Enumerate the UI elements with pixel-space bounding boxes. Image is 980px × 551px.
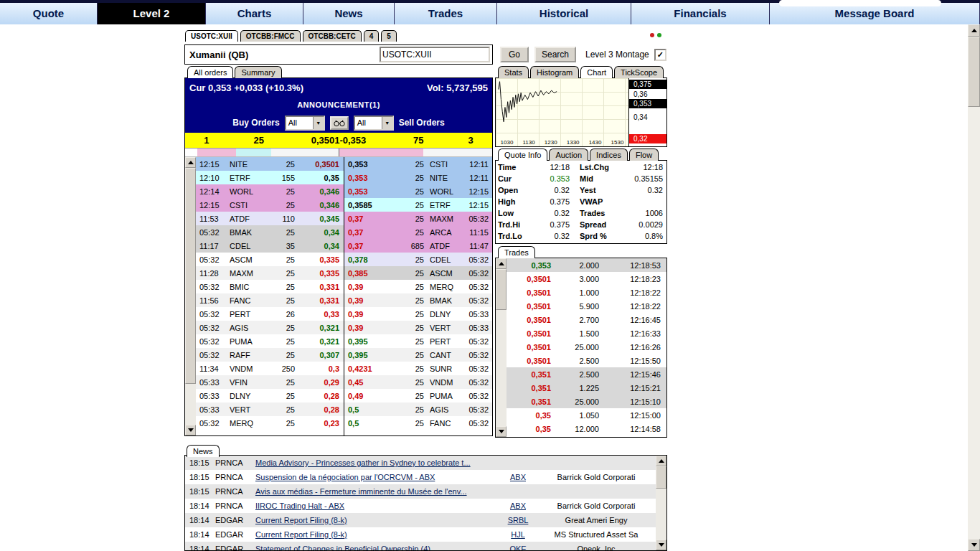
trades-tab[interactable]: Trades xyxy=(498,246,535,258)
news-headline-link[interactable]: IIROC Trading Halt - ABX xyxy=(255,501,496,510)
search-button[interactable]: Search xyxy=(534,47,576,62)
bid-row[interactable]: 11:28 MAXM 25 0,335 xyxy=(196,266,344,280)
bid-row[interactable]: 05:32 BMAK 25 0,34 xyxy=(196,225,344,239)
ask-row[interactable]: 0,378 25 CDEL 05:32 xyxy=(344,253,492,266)
window-dot-red[interactable] xyxy=(650,33,654,37)
news-scrollbar[interactable] xyxy=(656,456,666,550)
nav-tab[interactable]: News xyxy=(303,3,395,24)
bid-row[interactable]: 05:32 PUMA 25 0,321 xyxy=(196,334,344,348)
scrollbar-track[interactable] xyxy=(656,466,666,540)
scroll-up-button[interactable] xyxy=(656,456,666,466)
news-tab[interactable]: News xyxy=(187,445,220,457)
montage-tab[interactable]: 5 xyxy=(381,30,397,42)
ask-row[interactable]: 0,37 25 ARCA 11:15 xyxy=(344,225,492,239)
bid-row[interactable]: 11:56 FANC 25 0,331 xyxy=(196,293,344,307)
symbol-input[interactable] xyxy=(380,47,490,62)
ask-row[interactable]: 0,353 25 NITE 12:11 xyxy=(344,171,492,184)
bid-row[interactable]: 05:32 MERQ 25 0,23 xyxy=(196,416,344,430)
scrollbar-thumb[interactable] xyxy=(968,37,980,107)
nav-tab[interactable]: Trades xyxy=(395,3,497,24)
page-vertical-scrollbar[interactable] xyxy=(968,24,980,551)
bid-row[interactable]: 05:33 VERT 25 0,28 xyxy=(196,402,344,416)
trades-scrollbar[interactable] xyxy=(496,258,507,437)
orderbook-scrollbar[interactable] xyxy=(185,157,196,435)
chart-tab[interactable]: TickScope xyxy=(614,66,664,78)
bid-row[interactable]: 11:53 ATDF 110 0,345 xyxy=(196,212,344,225)
news-symbol-link[interactable]: OKE xyxy=(496,545,540,550)
ask-row[interactable]: 0,39 25 VERT 05:33 xyxy=(344,321,492,334)
orders-tab[interactable]: All orders xyxy=(187,66,233,78)
ask-row[interactable]: 0,395 25 PERT 05:32 xyxy=(344,334,492,348)
scrollbar-track[interactable] xyxy=(968,37,980,539)
chart-tab[interactable]: Stats xyxy=(498,66,529,78)
bid-row[interactable]: 12:10 ETRF 155 0,35 xyxy=(196,171,344,184)
news-headline-link[interactable]: Current Report Filing (8-k) xyxy=(255,530,496,539)
ask-row[interactable]: 0,37 685 ATDF 11:47 xyxy=(344,239,492,253)
bid-row[interactable]: 11:34 VNDM 250 0,3 xyxy=(196,362,344,375)
montage-tab[interactable]: USOTC:XUII xyxy=(185,30,238,42)
news-symbol-link[interactable]: HJL xyxy=(496,530,540,539)
bid-row[interactable]: 05:32 AGIS 25 0,321 xyxy=(196,321,344,334)
news-symbol-link[interactable]: ABX xyxy=(496,473,540,481)
scroll-up-button[interactable] xyxy=(185,157,196,168)
sell-filter-select[interactable]: All ▼ xyxy=(354,116,394,131)
scroll-up-button[interactable] xyxy=(968,24,980,37)
nav-tab[interactable]: Charts xyxy=(206,3,303,24)
ask-row[interactable]: 0,4231 25 SUNR 05:32 xyxy=(344,362,492,375)
scrollbar-thumb[interactable] xyxy=(656,466,666,489)
ask-row[interactable]: 0,37 25 MAXM 05:32 xyxy=(344,212,492,225)
nav-tab[interactable]: Level 2 xyxy=(98,3,206,24)
orders-tab[interactable]: Summary xyxy=(235,66,281,78)
news-headline-link[interactable]: Avis aux médias - Fermeture imminente du… xyxy=(255,487,496,496)
window-dot-green[interactable] xyxy=(657,33,661,37)
news-symbol-link[interactable]: SRBL xyxy=(496,516,540,524)
scroll-down-button[interactable] xyxy=(185,425,196,435)
scroll-up-button[interactable] xyxy=(496,258,507,269)
scrollbar-track[interactable] xyxy=(496,269,507,426)
scroll-down-button[interactable] xyxy=(968,539,980,551)
ask-row[interactable]: 0,39 25 DLNY 05:33 xyxy=(344,307,492,321)
quote-info-tab[interactable]: Quote Info xyxy=(498,149,547,161)
news-headline-link[interactable]: Media Advisory - Princesses gather in Sy… xyxy=(255,458,496,467)
ask-row[interactable]: 0,45 25 VNDM 05:32 xyxy=(344,375,492,389)
ask-row[interactable]: 0,5 25 FANC 05:32 xyxy=(344,416,492,430)
ask-row[interactable]: 0,353 25 WORL 12:15 xyxy=(344,184,492,198)
scroll-down-button[interactable] xyxy=(656,540,666,550)
chart-tab[interactable]: Histogram xyxy=(530,66,579,78)
level3-montage-checkbox[interactable] xyxy=(654,49,666,61)
quote-info-tab[interactable]: Indices xyxy=(590,149,628,161)
nav-tab[interactable]: Financials xyxy=(631,3,770,24)
buy-filter-select[interactable]: All ▼ xyxy=(285,116,325,131)
montage-tab[interactable]: 4 xyxy=(364,30,380,42)
find-orders-button[interactable] xyxy=(330,116,349,130)
news-symbol-link[interactable]: ABX xyxy=(496,501,540,510)
bid-row[interactable]: 05:32 RAFF 25 0,307 xyxy=(196,348,344,362)
nav-tab[interactable]: Historical xyxy=(497,3,631,24)
scrollbar-thumb[interactable] xyxy=(185,168,196,384)
bid-row[interactable]: 12:15 CSTI 25 0,346 xyxy=(196,198,344,212)
bid-row[interactable]: 12:15 NITE 25 0,3501 xyxy=(196,157,344,171)
scrollbar-track[interactable] xyxy=(185,168,196,425)
scroll-down-button[interactable] xyxy=(496,426,507,437)
ask-row[interactable]: 0,395 25 CANT 05:32 xyxy=(344,348,492,362)
montage-tab[interactable]: OTCBB:CETC xyxy=(303,30,362,42)
bid-row[interactable]: 11:17 CDEL 35 0,34 xyxy=(196,239,344,253)
ask-row[interactable]: 0,49 25 PUMA 05:32 xyxy=(344,389,492,402)
bid-row[interactable]: 05:32 BMIC 25 0,331 xyxy=(196,280,344,293)
bid-row[interactable]: 05:32 ASCM 25 0,335 xyxy=(196,253,344,266)
chart-tab[interactable]: Chart xyxy=(580,66,613,78)
ask-row[interactable]: 0,353 25 CSTI 12:11 xyxy=(344,157,492,171)
ask-row[interactable]: 0,385 25 ASCM 05:32 xyxy=(344,266,492,280)
montage-tab[interactable]: OTCBB:FMCC xyxy=(240,30,301,42)
go-button[interactable]: Go xyxy=(500,47,529,62)
bid-row[interactable]: 05:33 VFIN 25 0,29 xyxy=(196,375,344,389)
ask-row[interactable]: 0,3585 25 ETRF 12:15 xyxy=(344,198,492,212)
bid-row[interactable]: 05:32 PERT 26 0,33 xyxy=(196,307,344,321)
nav-tab[interactable]: Quote xyxy=(0,3,98,24)
news-headline-link[interactable]: Statement of Changes in Beneficial Owner… xyxy=(255,545,496,550)
bid-row[interactable]: 05:33 DLNY 25 0,28 xyxy=(196,389,344,402)
quote-info-tab[interactable]: Flow xyxy=(629,149,659,161)
ask-row[interactable]: 0,39 25 BMAK 05:32 xyxy=(344,293,492,307)
news-headline-link[interactable]: Current Report Filing (8-k) xyxy=(255,516,496,524)
announcement-banner[interactable]: ANNOUNCEMENT(1) xyxy=(185,97,492,113)
